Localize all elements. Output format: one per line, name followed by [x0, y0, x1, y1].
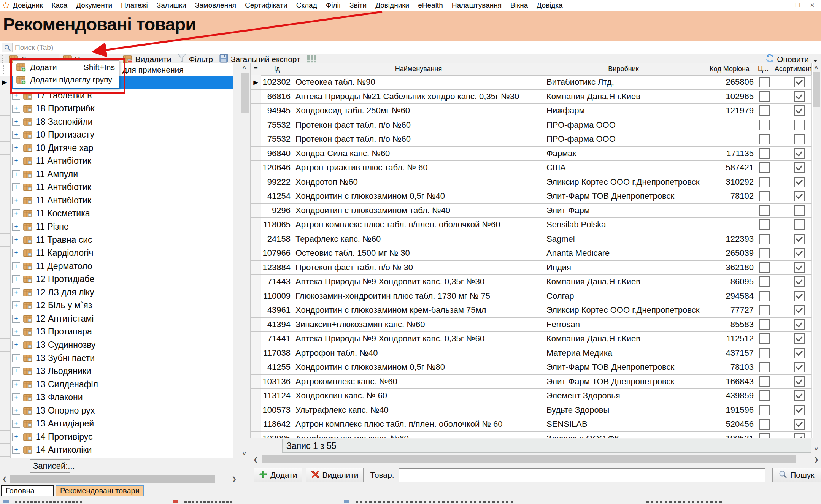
menubar-item[interactable]: Філії: [326, 1, 341, 10]
expander-plus-icon[interactable]: +: [12, 197, 20, 204]
column-header-c[interactable]: Ц...: [756, 63, 773, 75]
c-checkbox[interactable]: [759, 134, 770, 144]
tree-column-header[interactable]: для применения: [122, 65, 184, 74]
c-checkbox[interactable]: [759, 219, 770, 230]
tree-item[interactable]: +13 Флакони: [11, 391, 233, 404]
tree-item[interactable]: +13 Антидіарей: [11, 417, 233, 430]
scroll-left-icon[interactable]: ❮: [2, 475, 7, 482]
c-checkbox[interactable]: [759, 276, 770, 287]
assortment-checkbox[interactable]: [794, 134, 805, 144]
c-checkbox[interactable]: [759, 433, 770, 438]
scrollbar-thumb[interactable]: [10, 475, 215, 483]
expander-plus-icon[interactable]: +: [12, 262, 20, 270]
table-row[interactable]: 94945Хондроксид табл. 250мг №60Нижфарм12…: [251, 104, 812, 118]
tree-item[interactable]: +13 Зубні пасти: [11, 352, 233, 365]
tree-item[interactable]: +11 Кардіологіч: [11, 246, 233, 260]
context-menu-item[interactable]: Додати підлеглу групу: [13, 73, 119, 86]
assortment-checkbox[interactable]: [794, 219, 805, 230]
assortment-checkbox[interactable]: [794, 248, 805, 258]
assortment-checkbox[interactable]: [794, 177, 805, 187]
expander-plus-icon[interactable]: +: [12, 328, 20, 336]
scrollbar-thumb[interactable]: [813, 72, 820, 107]
tree-item[interactable]: +11 Різне: [11, 220, 233, 233]
table-row[interactable]: 118642Артрон комплекс плюс табл. п/плен.…: [251, 417, 812, 432]
assortment-checkbox[interactable]: [794, 348, 805, 358]
close-button[interactable]: ✕: [808, 2, 816, 9]
assortment-checkbox[interactable]: [794, 105, 805, 116]
expander-plus-icon[interactable]: +: [12, 380, 20, 388]
context-menu-item[interactable]: ДодатиShift+Ins: [13, 61, 119, 73]
search-input[interactable]: [13, 43, 819, 52]
expander-plus-icon[interactable]: +: [12, 354, 20, 362]
table-row[interactable]: 113124Хондроклин капс. № 60Элемент Здоро…: [251, 389, 812, 403]
tree-horizontal-scrollbar[interactable]: ❮ ❯: [0, 474, 239, 483]
table-row[interactable]: 120646Артрон триактив плюс табл. № 60США…: [251, 161, 812, 175]
expander-plus-icon[interactable]: +: [12, 170, 20, 178]
c-checkbox[interactable]: [759, 105, 770, 116]
c-checkbox[interactable]: [759, 77, 770, 87]
expander-plus-icon[interactable]: +: [12, 446, 20, 454]
tree-item[interactable]: +18 Заспокійли: [11, 115, 233, 128]
tree-item[interactable]: +10 Дитяче хар: [11, 141, 233, 155]
menubar-item[interactable]: Довідники: [375, 1, 409, 10]
assortment-checkbox[interactable]: [794, 291, 805, 301]
table-row[interactable]: 123884Протекон фаст табл. п/о № 30Индия3…: [251, 261, 812, 275]
table-row[interactable]: 75532Протекон фаст табл. п/о №60ПРО-фарм…: [251, 118, 812, 133]
expander-plus-icon[interactable]: +: [12, 367, 20, 375]
tree-item[interactable]: +12 Антигістамі: [11, 312, 233, 325]
c-checkbox[interactable]: [759, 262, 770, 273]
menubar-item[interactable]: Довідка: [537, 1, 562, 10]
c-checkbox[interactable]: [759, 390, 770, 401]
tree-item[interactable]: +10 Протизасту: [11, 128, 233, 141]
column-header-name[interactable]: Найменування: [293, 63, 544, 75]
expander-plus-icon[interactable]: +: [12, 223, 20, 231]
table-horizontal-scrollbar[interactable]: ❮ ❯: [251, 455, 821, 464]
expander-plus-icon[interactable]: +: [12, 157, 20, 165]
expander-plus-icon[interactable]: +: [12, 92, 20, 100]
column-header-assortment[interactable]: Асортименть: [773, 63, 812, 75]
restore-button[interactable]: ❐: [794, 2, 802, 9]
table-row[interactable]: 100573Ультрафлекс капс. №40Будьте Здоров…: [251, 403, 812, 418]
table-row[interactable]: 41394Зинаксин+глюкозамин капс. №60Ferros…: [251, 318, 812, 332]
c-checkbox[interactable]: [759, 405, 770, 415]
scroll-up-icon[interactable]: ˄: [815, 64, 818, 71]
tree-item[interactable]: +13 Судиннозву: [11, 338, 233, 352]
tree-item[interactable]: +11 Травна сис: [11, 233, 233, 247]
add-product-button[interactable]: Додати: [254, 468, 302, 482]
c-checkbox[interactable]: [759, 333, 770, 344]
c-checkbox[interactable]: [759, 234, 770, 244]
menubar-item[interactable]: Налаштування: [452, 1, 502, 10]
tree-item[interactable]: +18 Протигрибк: [11, 102, 233, 115]
expander-plus-icon[interactable]: +: [12, 236, 20, 244]
table-row[interactable]: 118065Артрон комплекс плюс табл. п/плен.…: [251, 218, 812, 232]
tree-item[interactable]: +14 Противірус: [11, 430, 233, 444]
table-row[interactable]: 41254Хондроитин с глюкозамином 0,5г №40Э…: [251, 189, 812, 204]
menubar-item[interactable]: Вікна: [510, 1, 528, 10]
table-row[interactable]: 24158Терафлекс капс. №60Sagmel122393: [251, 232, 812, 247]
expander-plus-icon[interactable]: +: [12, 341, 20, 349]
expander-plus-icon[interactable]: +: [12, 288, 20, 296]
c-checkbox[interactable]: [759, 205, 770, 216]
table-row[interactable]: ▶102302Остеокеа табл. №90Витабиотикс Лтд…: [251, 75, 812, 90]
column-chooser-icon[interactable]: [307, 55, 316, 63]
menubar-item[interactable]: Замовлення: [195, 1, 236, 10]
tree-item[interactable]: +13 Льодяники: [11, 365, 233, 378]
tree-item[interactable]: +11 Косметика: [11, 207, 233, 220]
scroll-up-icon[interactable]: ˄: [243, 64, 246, 71]
tree-vertical-scrollbar[interactable]: ˄ ˅: [240, 63, 250, 458]
c-checkbox[interactable]: [759, 419, 770, 430]
c-checkbox[interactable]: [759, 362, 770, 372]
menubar-item[interactable]: Каса: [51, 1, 67, 10]
assortment-checkbox[interactable]: [794, 162, 805, 173]
c-checkbox[interactable]: [759, 177, 770, 187]
assortment-checkbox[interactable]: [794, 419, 805, 430]
expander-plus-icon[interactable]: +: [12, 407, 20, 415]
scroll-down-icon[interactable]: ˅: [815, 446, 818, 452]
menubar-item[interactable]: eHealth: [418, 1, 443, 10]
expander-plus-icon[interactable]: +: [12, 118, 20, 126]
table-row[interactable]: 103136Артрокомплекс капс. №60Элит-Фарм Т…: [251, 375, 812, 389]
tree-item[interactable]: +11 Антибіотик: [11, 194, 233, 207]
expander-plus-icon[interactable]: +: [12, 209, 20, 217]
table-row[interactable]: 9296Хондроитин с глюкозамином табл. №40Э…: [251, 204, 812, 218]
expander-plus-icon[interactable]: +: [12, 249, 20, 257]
